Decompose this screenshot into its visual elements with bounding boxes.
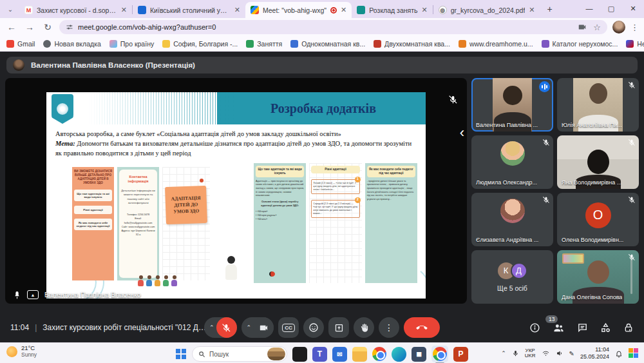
pen-icon[interactable]: ✎	[569, 350, 574, 357]
university-logo	[52, 94, 73, 124]
reactions-button[interactable]	[303, 317, 324, 338]
tab-gmail[interactable]: M Захист курсової - d.sopova@k ✕	[19, 2, 132, 18]
language-switcher[interactable]: УКР UKR	[525, 348, 536, 359]
notifications-bell-icon[interactable]	[615, 349, 623, 358]
participant-name: Яна Володимирівна ...	[562, 179, 621, 186]
taskbar-app-chrome-active[interactable]	[431, 346, 448, 362]
taskbar-weather-widget[interactable]: 21°C Sunny	[6, 345, 37, 358]
raise-hand-button[interactable]	[354, 317, 374, 338]
schedule-favicon	[357, 6, 365, 14]
taskbar-clock[interactable]: 11:04 25.05.2024	[580, 346, 609, 360]
tab-pdf[interactable]: ◍ gr_kyrcova_do_2024.pdf ✕	[433, 2, 540, 18]
participant-tile-dana[interactable]: Дана Олегівна Сопова	[557, 250, 639, 304]
camera-options-chevron[interactable]: ⌃	[242, 324, 254, 331]
bookmark-item[interactable]: Про країну	[109, 40, 154, 48]
taskbar-app-chrome[interactable]	[372, 347, 386, 361]
participant-name: Дана Олегівна Сопова	[562, 294, 622, 300]
tab-close-icon[interactable]: ✕	[121, 6, 127, 14]
taskbar-app-calculator[interactable]: ▦	[412, 347, 426, 362]
participant-tile-yelyzaveta[interactable]: Єлизавета Андріївна ...	[471, 193, 553, 246]
window-controls: — ▢ ✕	[578, 0, 644, 17]
divider: |	[35, 323, 37, 332]
tab-close-icon[interactable]: ✕	[341, 6, 346, 14]
address-bar[interactable]: meet.google.com/vob-ahig-wxg?authuser=0 …	[59, 20, 607, 34]
bookmark-favicon	[290, 40, 298, 48]
people-panel-icon[interactable]	[553, 322, 565, 333]
bookmark-item[interactable]: Gmail	[6, 40, 35, 48]
taskbar-app-explorer[interactable]	[352, 347, 367, 362]
camera-toggle-button[interactable]	[253, 317, 274, 338]
browser-menu-icon[interactable]: ⋮	[630, 23, 639, 32]
presenter-banner: Валентина Павлівна Власенко (Презентація…	[6, 57, 638, 74]
pin-icon[interactable]	[13, 291, 21, 299]
participant-tile-liudmyla[interactable]: Людмила Олександр...	[471, 135, 553, 189]
start-button[interactable]	[176, 349, 187, 360]
mic-toggle-button[interactable]	[216, 317, 237, 338]
bookmark-item[interactable]: Двухкомнатная ква...	[374, 40, 450, 48]
collapse-filmstrip-button[interactable]: ‹	[460, 124, 464, 141]
taskbar-app-teams[interactable]: T	[312, 347, 327, 362]
tab-close-icon[interactable]: ✕	[422, 6, 428, 14]
more-options-button[interactable]: ⋮	[379, 317, 399, 338]
presenter-banner-name: Валентина Павлівна Власенко (Презентація…	[31, 61, 195, 69]
booklet-panel-levels: Рівні адаптації 1Легкий (2-3 тижні) — «н…	[309, 163, 361, 283]
bookmark-item[interactable]: Заняття	[246, 40, 282, 48]
mic-options-chevron[interactable]: ⌃	[204, 324, 216, 331]
tab-search-button[interactable]: ⌄	[4, 3, 17, 15]
bookmark-star-icon[interactable]: ☆	[593, 23, 601, 32]
taskbar-search[interactable]: Пошук	[192, 346, 287, 362]
emoji-icon	[308, 322, 319, 333]
participant-tile-olena[interactable]: О Олена Володимирівн...	[557, 193, 639, 246]
meeting-details-icon[interactable]	[529, 322, 540, 333]
chat-panel-icon[interactable]	[577, 322, 588, 333]
participant-tile-yuliia[interactable]: Юлія Анатоліївна Пи...	[557, 78, 639, 132]
call-end-icon	[416, 322, 428, 333]
pushpin-decoration	[200, 179, 204, 182]
overflow-avatars: К Д	[498, 262, 527, 279]
camera-in-use-icon[interactable]	[578, 23, 587, 32]
bookmark-item[interactable]: Нерухомість в Болг...	[626, 40, 644, 48]
minimize-button[interactable]: —	[578, 0, 600, 17]
bookmark-item[interactable]: www.dreamhome.u...	[459, 40, 533, 48]
volume-icon[interactable]	[556, 349, 564, 357]
booklet-panel-cover: АДАПТАЦІЯ ДІТЕЙ ДО УМОВ ЗДО	[162, 167, 210, 280]
more-participants-tile[interactable]: К Д Ще 5 осіб	[471, 250, 553, 304]
tab-close-icon[interactable]: ✕	[529, 6, 535, 14]
widgets-icon[interactable]	[629, 348, 639, 358]
leave-call-button[interactable]	[404, 317, 440, 338]
back-button[interactable]: ←	[5, 22, 18, 32]
new-tab-button[interactable]: +	[543, 2, 557, 16]
participant-tile-yana[interactable]: Яна Володимирівна ...	[557, 135, 639, 189]
bookmark-item[interactable]: Однокомнатная кв...	[290, 40, 365, 48]
taskbar-app-mail[interactable]: ✉	[332, 347, 347, 362]
tab-university[interactable]: Київський столичний універси ✕	[133, 2, 245, 18]
close-button[interactable]: ✕	[622, 0, 644, 17]
activities-icon[interactable]	[600, 322, 611, 333]
tab-meet-active[interactable]: Meet: "vob-ahig-wxg" ✕	[245, 2, 352, 18]
profile-avatar[interactable]	[612, 21, 625, 34]
host-controls-icon[interactable]	[623, 322, 634, 333]
maximize-button[interactable]: ▢	[600, 0, 622, 17]
taskbar-app-powerpoint[interactable]: P	[453, 347, 468, 362]
taskbar-app-notepad[interactable]	[292, 347, 307, 362]
wifi-icon[interactable]	[542, 350, 550, 357]
booklet-panel-what-is: Що таке адаптація та які види існують Ад…	[254, 163, 306, 283]
search-icon	[198, 351, 205, 358]
participant-tile-valentyna[interactable]: Валентина Павлівна ...	[471, 78, 553, 132]
tab-schedule[interactable]: Розклад занять ✕	[352, 2, 432, 18]
forward-button[interactable]: →	[23, 22, 36, 32]
captions-button[interactable]: CC	[278, 317, 299, 338]
bookmark-item[interactable]: Новая вкладка	[43, 40, 100, 48]
tab-title: Захист курсової - d.sopova@k	[37, 6, 117, 14]
tab-close-icon[interactable]: ✕	[234, 6, 240, 14]
reload-button[interactable]: ↻	[41, 22, 54, 32]
tray-overflow-chevron[interactable]: ⌃	[501, 350, 506, 357]
mic-off-icon	[222, 323, 231, 333]
presentation-tile[interactable]: Розробка додатків Авторська розробка, а …	[5, 78, 467, 304]
tray-mic-icon[interactable]	[512, 349, 519, 357]
bookmark-item[interactable]: София, Болгария -...	[162, 40, 238, 48]
taskbar-app-edge[interactable]	[392, 347, 406, 362]
open-detached-icon[interactable]: ▲	[27, 290, 39, 299]
bookmark-item[interactable]: Каталог нерухомос...	[542, 40, 618, 48]
present-button[interactable]	[328, 317, 349, 338]
